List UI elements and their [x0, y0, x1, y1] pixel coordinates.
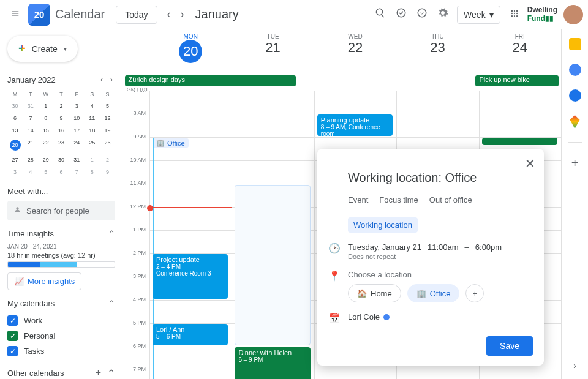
day-column[interactable]: 🏢OfficeDinner with Helen6 – 9 PM: [232, 91, 314, 379]
popup-title[interactable]: Working location: Office: [348, 171, 533, 185]
mini-day[interactable]: 7: [69, 166, 85, 178]
mini-prev-month[interactable]: ‹: [98, 74, 105, 85]
mini-day[interactable]: 13: [7, 124, 23, 137]
save-button[interactable]: Save: [486, 336, 533, 356]
tab-working-location[interactable]: Working location: [348, 217, 418, 233]
mini-day[interactable]: 11: [85, 112, 100, 124]
mini-day[interactable]: 7: [23, 112, 38, 124]
allday-event[interactable]: Zürich design days: [125, 75, 296, 86]
mini-next-month[interactable]: ›: [108, 74, 115, 85]
allday-event[interactable]: Pick up new bike: [475, 75, 559, 86]
next-week-button[interactable]: ›: [176, 4, 189, 24]
mini-day[interactable]: 25: [85, 137, 100, 154]
search-icon[interactable]: [370, 2, 391, 26]
add-calendar-icon[interactable]: +: [96, 367, 101, 379]
calendar-item[interactable]: ✓Work: [7, 313, 115, 328]
mini-day[interactable]: 5: [38, 166, 53, 178]
mini-day[interactable]: 28: [23, 154, 38, 166]
mini-day[interactable]: 9: [53, 112, 69, 124]
mini-day[interactable]: 30: [53, 154, 69, 166]
mini-day[interactable]: 31: [23, 100, 38, 112]
search-people-input[interactable]: Search for people: [7, 201, 115, 220]
other-calendars-label[interactable]: Other calendars +⌃: [7, 367, 115, 379]
tasks-icon[interactable]: [569, 64, 581, 76]
help-icon[interactable]: ?: [412, 2, 432, 26]
mini-day[interactable]: 10: [69, 112, 85, 124]
mini-day[interactable]: 17: [69, 124, 85, 137]
mini-day[interactable]: 8: [85, 166, 100, 178]
avatar[interactable]: [564, 5, 583, 24]
calendar-event[interactable]: Planning update8 – 9 AM, Conference room: [317, 114, 393, 136]
settings-icon[interactable]: [432, 2, 453, 26]
working-location-block[interactable]: [235, 185, 310, 345]
calendar-event[interactable]: [482, 138, 557, 145]
mini-day[interactable]: 18: [85, 124, 100, 137]
more-insights-button[interactable]: 📈 More insights: [7, 272, 81, 290]
add-location-button[interactable]: +: [466, 284, 484, 302]
mini-day[interactable]: 3: [69, 100, 85, 112]
day-header[interactable]: MON20: [149, 29, 232, 66]
day-header[interactable]: TUE21: [232, 29, 314, 66]
mini-day[interactable]: 6: [53, 166, 69, 178]
home-location-button[interactable]: 🏠Home: [348, 284, 401, 302]
status-icon[interactable]: [391, 2, 412, 26]
maps-icon[interactable]: [570, 115, 580, 129]
mini-day[interactable]: 15: [38, 124, 53, 137]
mini-day[interactable]: 19: [100, 124, 115, 137]
office-location-chip[interactable]: 🏢Office: [153, 138, 189, 148]
mini-day[interactable]: 31: [69, 154, 85, 166]
mini-day[interactable]: 26: [100, 137, 115, 154]
mini-day[interactable]: 9: [100, 166, 115, 178]
add-addon-icon[interactable]: +: [571, 156, 579, 170]
mini-day[interactable]: 8: [38, 112, 53, 124]
mini-day[interactable]: 22: [38, 137, 53, 154]
apps-icon[interactable]: [507, 6, 522, 23]
mini-day[interactable]: 14: [23, 124, 38, 137]
view-selector[interactable]: Week ▾: [457, 6, 500, 24]
mini-day[interactable]: 29: [38, 154, 53, 166]
my-calendars-label[interactable]: My calendars⌃: [7, 299, 115, 308]
tab-event[interactable]: Event: [348, 193, 368, 206]
calendar-event[interactable]: Dinner with Helen6 – 9 PM: [235, 347, 310, 379]
today-button[interactable]: Today: [116, 6, 157, 24]
calendar-event[interactable]: Project update2 – 4 PMConference Room 3: [153, 254, 228, 299]
calendar-item[interactable]: ✓Tasks: [7, 343, 115, 359]
day-header[interactable]: FRI24: [479, 29, 561, 66]
event-datetime[interactable]: Tuesday, January 21 11:00am – 6:00pm: [348, 242, 502, 252]
day-header[interactable]: THU23: [396, 29, 478, 66]
prev-week-button[interactable]: ‹: [162, 4, 176, 24]
mini-day[interactable]: 1: [85, 154, 100, 166]
calendar-item[interactable]: ✓Personal: [7, 328, 115, 343]
mini-day[interactable]: 6: [7, 112, 23, 124]
mini-day[interactable]: 2: [100, 154, 115, 166]
mini-day[interactable]: 1: [38, 100, 53, 112]
day-column[interactable]: 🏢OfficeProject update2 – 4 PMConference …: [149, 91, 232, 379]
collapse-panel-icon[interactable]: ›: [573, 361, 576, 370]
mini-day[interactable]: 2: [53, 100, 69, 112]
participant[interactable]: Lori Cole: [348, 312, 390, 321]
mini-day[interactable]: 16: [53, 124, 69, 137]
mini-day[interactable]: 23: [53, 137, 69, 154]
day-header[interactable]: WED22: [314, 29, 396, 66]
repeat-label[interactable]: Does not repeat: [348, 253, 502, 260]
mini-day[interactable]: 27: [7, 154, 23, 166]
create-button[interactable]: + Create ▾: [7, 36, 78, 62]
office-location-button[interactable]: 🏢Office: [407, 284, 460, 302]
menu-icon[interactable]: [5, 3, 26, 26]
tab-focus-time[interactable]: Focus time: [379, 193, 418, 206]
mini-day[interactable]: 4: [85, 100, 100, 112]
mini-day[interactable]: 4: [23, 166, 38, 178]
time-insights-label[interactable]: Time insights⌃: [7, 229, 115, 238]
close-icon[interactable]: ✕: [522, 154, 538, 173]
mini-day[interactable]: 30: [7, 100, 23, 112]
keep-icon[interactable]: [569, 38, 581, 50]
mini-day[interactable]: 5: [100, 100, 115, 112]
mini-day[interactable]: 12: [100, 112, 115, 124]
mini-day[interactable]: 3: [7, 166, 23, 178]
tab-out-of-office[interactable]: Out of office: [429, 193, 472, 206]
mini-day[interactable]: 24: [69, 137, 85, 154]
contacts-icon[interactable]: [569, 89, 581, 102]
mini-day[interactable]: 21: [23, 137, 38, 154]
mini-day[interactable]: 20: [7, 137, 23, 154]
calendar-event[interactable]: Lori / Ann5 – 6 PM: [153, 324, 228, 345]
